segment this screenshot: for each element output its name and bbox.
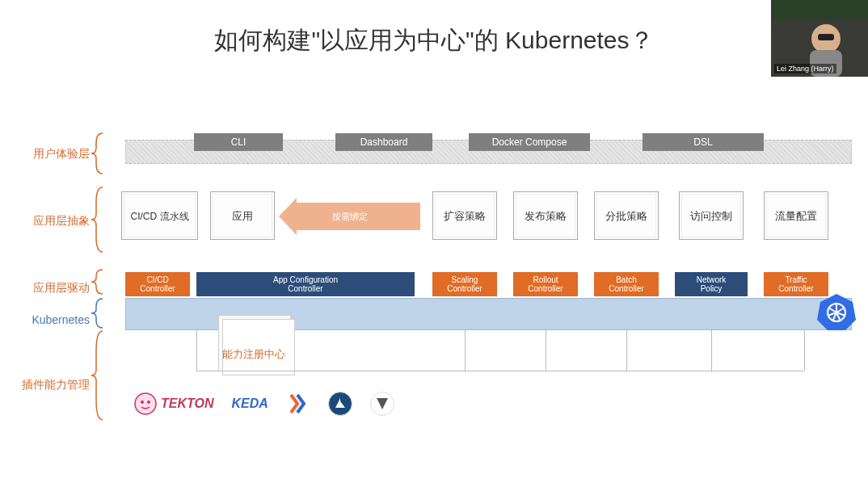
ux-tab-docker-compose: Docker Compose [469,133,590,151]
svg-point-16 [147,400,150,404]
logo-istio [328,392,352,416]
plugin-logos: TEKTON KEDA [133,390,394,417]
svg-rect-4 [818,34,834,40]
presenter-name: Lei Zhang (Harry) [774,64,836,73]
ux-tab-cli: CLI [194,133,283,151]
ctrl-batch: Batch Controller [594,272,659,296]
ctrl-appcfg: App Configuration Controller [196,272,415,296]
ux-tab-dashboard: Dashboard [335,133,432,151]
doc-traffic: 流量配置 [764,191,828,240]
layer-drive-label: 应用层驱动 [33,281,90,296]
logo-tekton: TEKTON [133,390,213,417]
conn-traffic [804,330,805,371]
conn-rollout [546,330,546,371]
logo-vault [370,392,394,416]
kubernetes-icon [816,291,857,332]
registry-label: 能力注册中心 [222,347,285,362]
doc-access: 访问控制 [679,191,744,240]
ctrl-rollout: Rollout Controller [513,272,578,296]
doc-batch: 分批策略 [594,191,659,240]
layer-abs-label: 应用层抽象 [33,214,90,229]
doc-release: 发布策略 [513,191,578,240]
doc-app: 应用 [210,191,275,240]
svg-point-14 [135,393,156,414]
conn-batch [626,330,627,371]
presenter-video: Lei Zhang (Harry) [771,0,868,77]
brace-plugin [91,331,106,420]
logo-keda: KEDA [231,390,268,417]
svg-point-15 [141,400,144,404]
svg-rect-1 [771,0,868,20]
slide-title: 如何构建"以应用为中心"的 Kubernetes？ [0,24,868,57]
ctrl-netpol: Network Policy [675,272,748,296]
arrow-label: 按需绑定 [279,203,420,230]
logo-flagger [286,390,310,417]
conn-netpol [711,330,712,371]
ctrl-scaling: Scaling Controller [432,272,497,296]
ux-tab-dsl: DSL [643,133,764,151]
brace-kube [91,299,106,328]
layer-ux-label: 用户体验层 [33,147,90,161]
bind-arrow: 按需绑定 [279,203,420,230]
conn-left [196,330,197,371]
layer-kube-label: Kubernetes [32,313,90,326]
layer-plugin-label: 插件能力管理 [22,378,90,392]
conn-horizontal [196,371,804,371]
doc-pipeline: CI/CD 流水线 [121,191,198,240]
brace-abs [91,187,106,252]
brace-ux [91,133,106,174]
doc-scale: 扩容策略 [432,191,497,240]
ctrl-cicd: CI/CD Controller [125,272,190,296]
conn-scaling [465,330,466,371]
brace-drive [91,270,106,294]
